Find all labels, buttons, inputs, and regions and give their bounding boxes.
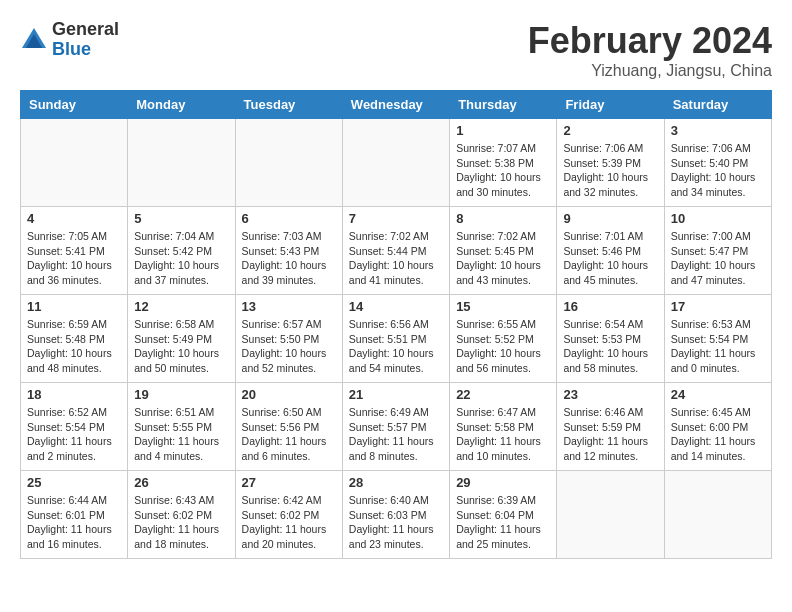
day-detail: Sunrise: 7:06 AM Sunset: 5:39 PM Dayligh…	[563, 141, 657, 200]
calendar-cell: 4Sunrise: 7:05 AM Sunset: 5:41 PM Daylig…	[21, 207, 128, 295]
calendar-week-row: 1Sunrise: 7:07 AM Sunset: 5:38 PM Daylig…	[21, 119, 772, 207]
day-number: 8	[456, 211, 550, 226]
day-detail: Sunrise: 6:59 AM Sunset: 5:48 PM Dayligh…	[27, 317, 121, 376]
calendar-cell: 5Sunrise: 7:04 AM Sunset: 5:42 PM Daylig…	[128, 207, 235, 295]
day-detail: Sunrise: 6:40 AM Sunset: 6:03 PM Dayligh…	[349, 493, 443, 552]
day-number: 24	[671, 387, 765, 402]
logo-text: General Blue	[52, 20, 119, 60]
calendar-cell	[21, 119, 128, 207]
day-detail: Sunrise: 7:00 AM Sunset: 5:47 PM Dayligh…	[671, 229, 765, 288]
day-detail: Sunrise: 7:05 AM Sunset: 5:41 PM Dayligh…	[27, 229, 121, 288]
day-number: 14	[349, 299, 443, 314]
calendar-cell: 23Sunrise: 6:46 AM Sunset: 5:59 PM Dayli…	[557, 383, 664, 471]
day-detail: Sunrise: 6:54 AM Sunset: 5:53 PM Dayligh…	[563, 317, 657, 376]
calendar-cell: 17Sunrise: 6:53 AM Sunset: 5:54 PM Dayli…	[664, 295, 771, 383]
calendar-cell: 6Sunrise: 7:03 AM Sunset: 5:43 PM Daylig…	[235, 207, 342, 295]
logo-general-text: General	[52, 20, 119, 40]
calendar-cell: 29Sunrise: 6:39 AM Sunset: 6:04 PM Dayli…	[450, 471, 557, 559]
day-number: 20	[242, 387, 336, 402]
calendar-cell	[664, 471, 771, 559]
calendar-week-row: 4Sunrise: 7:05 AM Sunset: 5:41 PM Daylig…	[21, 207, 772, 295]
day-number: 28	[349, 475, 443, 490]
day-detail: Sunrise: 6:58 AM Sunset: 5:49 PM Dayligh…	[134, 317, 228, 376]
calendar-cell: 16Sunrise: 6:54 AM Sunset: 5:53 PM Dayli…	[557, 295, 664, 383]
day-number: 17	[671, 299, 765, 314]
day-detail: Sunrise: 6:42 AM Sunset: 6:02 PM Dayligh…	[242, 493, 336, 552]
calendar-week-row: 18Sunrise: 6:52 AM Sunset: 5:54 PM Dayli…	[21, 383, 772, 471]
day-number: 16	[563, 299, 657, 314]
day-number: 26	[134, 475, 228, 490]
day-detail: Sunrise: 6:50 AM Sunset: 5:56 PM Dayligh…	[242, 405, 336, 464]
day-number: 9	[563, 211, 657, 226]
day-number: 21	[349, 387, 443, 402]
day-number: 23	[563, 387, 657, 402]
calendar-cell: 27Sunrise: 6:42 AM Sunset: 6:02 PM Dayli…	[235, 471, 342, 559]
calendar-cell: 21Sunrise: 6:49 AM Sunset: 5:57 PM Dayli…	[342, 383, 449, 471]
month-year-title: February 2024	[528, 20, 772, 62]
title-block: February 2024 Yizhuang, Jiangsu, China	[528, 20, 772, 80]
calendar-cell	[235, 119, 342, 207]
day-detail: Sunrise: 7:06 AM Sunset: 5:40 PM Dayligh…	[671, 141, 765, 200]
calendar-cell: 22Sunrise: 6:47 AM Sunset: 5:58 PM Dayli…	[450, 383, 557, 471]
calendar-cell: 20Sunrise: 6:50 AM Sunset: 5:56 PM Dayli…	[235, 383, 342, 471]
day-number: 27	[242, 475, 336, 490]
weekday-header-tuesday: Tuesday	[235, 91, 342, 119]
calendar-cell: 11Sunrise: 6:59 AM Sunset: 5:48 PM Dayli…	[21, 295, 128, 383]
calendar-cell: 8Sunrise: 7:02 AM Sunset: 5:45 PM Daylig…	[450, 207, 557, 295]
weekday-header-saturday: Saturday	[664, 91, 771, 119]
day-number: 15	[456, 299, 550, 314]
location-subtitle: Yizhuang, Jiangsu, China	[528, 62, 772, 80]
day-detail: Sunrise: 7:01 AM Sunset: 5:46 PM Dayligh…	[563, 229, 657, 288]
calendar-cell: 9Sunrise: 7:01 AM Sunset: 5:46 PM Daylig…	[557, 207, 664, 295]
day-detail: Sunrise: 7:02 AM Sunset: 5:45 PM Dayligh…	[456, 229, 550, 288]
day-detail: Sunrise: 6:44 AM Sunset: 6:01 PM Dayligh…	[27, 493, 121, 552]
calendar-cell	[342, 119, 449, 207]
day-detail: Sunrise: 6:39 AM Sunset: 6:04 PM Dayligh…	[456, 493, 550, 552]
calendar-cell	[128, 119, 235, 207]
calendar-cell: 28Sunrise: 6:40 AM Sunset: 6:03 PM Dayli…	[342, 471, 449, 559]
calendar-cell: 7Sunrise: 7:02 AM Sunset: 5:44 PM Daylig…	[342, 207, 449, 295]
weekday-header-thursday: Thursday	[450, 91, 557, 119]
day-detail: Sunrise: 6:47 AM Sunset: 5:58 PM Dayligh…	[456, 405, 550, 464]
logo-blue-text: Blue	[52, 40, 119, 60]
logo: General Blue	[20, 20, 119, 60]
calendar-cell: 13Sunrise: 6:57 AM Sunset: 5:50 PM Dayli…	[235, 295, 342, 383]
calendar-cell: 10Sunrise: 7:00 AM Sunset: 5:47 PM Dayli…	[664, 207, 771, 295]
day-number: 13	[242, 299, 336, 314]
calendar-cell: 12Sunrise: 6:58 AM Sunset: 5:49 PM Dayli…	[128, 295, 235, 383]
calendar-cell: 26Sunrise: 6:43 AM Sunset: 6:02 PM Dayli…	[128, 471, 235, 559]
day-detail: Sunrise: 6:46 AM Sunset: 5:59 PM Dayligh…	[563, 405, 657, 464]
day-number: 18	[27, 387, 121, 402]
day-detail: Sunrise: 7:03 AM Sunset: 5:43 PM Dayligh…	[242, 229, 336, 288]
day-detail: Sunrise: 6:45 AM Sunset: 6:00 PM Dayligh…	[671, 405, 765, 464]
day-detail: Sunrise: 6:55 AM Sunset: 5:52 PM Dayligh…	[456, 317, 550, 376]
calendar-cell: 18Sunrise: 6:52 AM Sunset: 5:54 PM Dayli…	[21, 383, 128, 471]
weekday-header-monday: Monday	[128, 91, 235, 119]
calendar-cell	[557, 471, 664, 559]
day-number: 11	[27, 299, 121, 314]
page-header: General Blue February 2024 Yizhuang, Jia…	[20, 20, 772, 80]
calendar-cell: 3Sunrise: 7:06 AM Sunset: 5:40 PM Daylig…	[664, 119, 771, 207]
day-number: 6	[242, 211, 336, 226]
day-detail: Sunrise: 6:43 AM Sunset: 6:02 PM Dayligh…	[134, 493, 228, 552]
calendar-cell: 2Sunrise: 7:06 AM Sunset: 5:39 PM Daylig…	[557, 119, 664, 207]
day-number: 3	[671, 123, 765, 138]
day-number: 25	[27, 475, 121, 490]
weekday-header-row: SundayMondayTuesdayWednesdayThursdayFrid…	[21, 91, 772, 119]
day-number: 7	[349, 211, 443, 226]
day-detail: Sunrise: 6:57 AM Sunset: 5:50 PM Dayligh…	[242, 317, 336, 376]
day-number: 29	[456, 475, 550, 490]
day-detail: Sunrise: 7:07 AM Sunset: 5:38 PM Dayligh…	[456, 141, 550, 200]
calendar-cell: 19Sunrise: 6:51 AM Sunset: 5:55 PM Dayli…	[128, 383, 235, 471]
day-number: 2	[563, 123, 657, 138]
day-number: 19	[134, 387, 228, 402]
day-number: 4	[27, 211, 121, 226]
weekday-header-sunday: Sunday	[21, 91, 128, 119]
logo-icon	[20, 26, 48, 54]
day-detail: Sunrise: 6:51 AM Sunset: 5:55 PM Dayligh…	[134, 405, 228, 464]
day-detail: Sunrise: 6:53 AM Sunset: 5:54 PM Dayligh…	[671, 317, 765, 376]
day-detail: Sunrise: 6:56 AM Sunset: 5:51 PM Dayligh…	[349, 317, 443, 376]
weekday-header-wednesday: Wednesday	[342, 91, 449, 119]
day-number: 10	[671, 211, 765, 226]
day-detail: Sunrise: 6:49 AM Sunset: 5:57 PM Dayligh…	[349, 405, 443, 464]
